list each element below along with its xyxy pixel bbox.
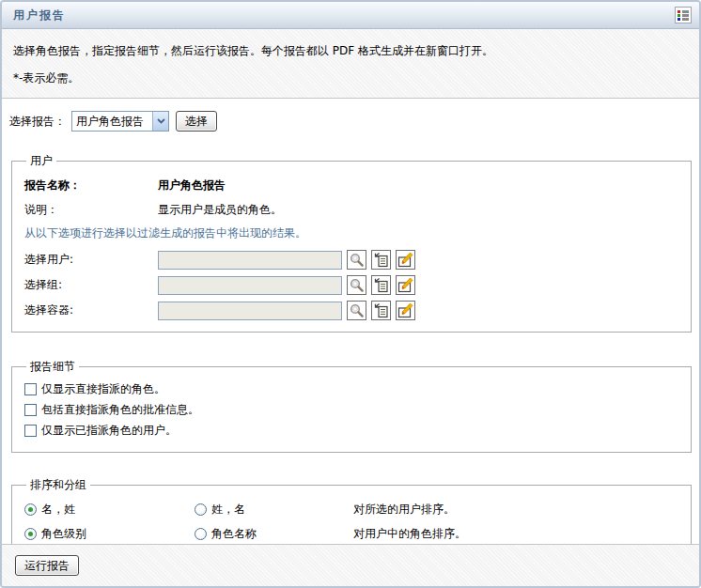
page-title: 用户报告: [13, 8, 66, 23]
report-detail-legend: 报告细节: [26, 359, 79, 375]
report-name-label: 报告名称：: [24, 178, 158, 193]
radio-role-name-label: 角色名称: [211, 526, 257, 542]
radio-first-last[interactable]: [24, 503, 37, 516]
group-reset-button[interactable]: [396, 275, 415, 295]
group-history-button[interactable]: [371, 275, 391, 295]
reset-icon: [397, 302, 413, 318]
sort-user-note: 对所选的用户排序。: [353, 502, 455, 518]
radio-option-role-name[interactable]: 角色名称: [195, 526, 353, 542]
radio-option-first-last[interactable]: 名，姓: [24, 502, 195, 518]
report-name-value: 用户角色报告: [158, 178, 226, 193]
report-detail-fieldset: 报告细节 仅显示直接指派的角色。 包括直接指派角色的批准信息。 仅显示已指派角色…: [11, 359, 692, 453]
report-select-value: 用户角色报告: [72, 114, 152, 130]
radio-option-last-first[interactable]: 姓，名: [195, 502, 353, 518]
reset-icon: [397, 252, 413, 268]
user-fieldset: 用户 报告名称： 用户角色报告 说明： 显示用户是成员的角色。 从以下选项进行选…: [11, 153, 692, 333]
sort-group-legend: 排序和分组: [26, 477, 90, 493]
group-search-button[interactable]: [347, 275, 366, 295]
select-container-row: 选择容器:: [24, 301, 681, 320]
user-search-button[interactable]: [347, 250, 366, 270]
radio-first-last-label: 名，姓: [41, 502, 75, 518]
history-icon: [373, 277, 389, 293]
container-reset-button[interactable]: [396, 301, 415, 320]
select-group-label: 选择组:: [24, 277, 158, 293]
checkbox-direct-roles[interactable]: [24, 383, 37, 395]
radio-last-first[interactable]: [195, 503, 207, 516]
sort-row-role: 角色级别 角色名称 对用户中的角色排序。: [24, 521, 681, 544]
portlet-legend-button[interactable]: [675, 7, 692, 23]
radio-role-level-label: 角色级别: [41, 526, 86, 542]
checkbox-approval-info-label: 包括直接指派角色的批准信息。: [41, 402, 199, 418]
legend-grid-icon: [678, 9, 689, 21]
checkbox-assigned-users-label: 仅显示已指派角色的用户。: [41, 423, 177, 439]
radio-role-name[interactable]: [195, 528, 207, 540]
history-icon: [373, 252, 389, 268]
user-history-button[interactable]: [371, 250, 391, 270]
chevron-down-icon[interactable]: [152, 112, 168, 131]
search-icon: [349, 277, 365, 293]
checkbox-direct-roles-label: 仅显示直接指派的角色。: [41, 381, 165, 397]
container-search-button[interactable]: [347, 301, 366, 320]
select-report-button[interactable]: 选择: [176, 111, 217, 132]
checkbox-row-direct-roles: 仅显示直接指派的角色。: [24, 379, 681, 399]
intro-section: 选择角色报告，指定报告细节，然后运行该报告。每个报告都以 PDF 格式生成并在新…: [2, 29, 699, 99]
report-name-row: 报告名称： 用户角色报告: [24, 173, 681, 197]
form-area: 选择报告： 用户角色报告 选择 用户 报告名称： 用户角色报告 说明： 显示用户…: [2, 99, 699, 544]
sort-role-note: 对用户中的角色排序。: [353, 526, 466, 542]
report-description-label: 说明：: [24, 202, 158, 218]
radio-last-first-label: 姓，名: [211, 502, 245, 518]
radio-role-level[interactable]: [24, 528, 37, 540]
select-group-input[interactable]: [158, 276, 342, 295]
container-history-button[interactable]: [371, 301, 391, 320]
sort-group-fieldset: 排序和分组 名，姓 姓，名 对所选的用户排序。 角色级别: [11, 477, 692, 544]
report-selector-label: 选择报告：: [9, 114, 71, 130]
user-reset-button[interactable]: [396, 250, 415, 270]
filter-note: 从以下选项进行选择以过滤生成的报告中将出现的结果。: [24, 222, 681, 244]
report-description-row: 说明： 显示用户是成员的角色。: [24, 197, 681, 222]
select-user-input[interactable]: [158, 251, 342, 270]
checkbox-approval-info[interactable]: [24, 404, 37, 416]
select-user-label: 选择用户:: [24, 252, 158, 268]
checkbox-row-assigned-users: 仅显示已指派角色的用户。: [24, 420, 681, 441]
sort-row-user: 名，姓 姓，名 对所选的用户排序。: [24, 497, 681, 521]
select-group-row: 选择组:: [24, 275, 681, 295]
checkbox-row-approval-info: 包括直接指派角色的批准信息。: [24, 399, 681, 420]
select-container-label: 选择容器:: [24, 302, 158, 318]
run-report-button[interactable]: 运行报告: [15, 555, 79, 576]
report-select-dropdown[interactable]: 用户角色报告: [71, 111, 169, 132]
radio-option-role-level[interactable]: 角色级别: [24, 526, 195, 542]
select-container-input[interactable]: [158, 302, 342, 320]
search-icon: [349, 302, 365, 318]
user-fieldset-legend: 用户: [26, 153, 56, 169]
user-report-portlet: 用户报告 选择角色报告，指定报告细节，然后运行该报告。每个报告都以 PDF 格式…: [0, 0, 701, 588]
portlet-titlebar: 用户报告: [2, 2, 699, 29]
history-icon: [373, 302, 389, 318]
required-note: *-表示必需。: [13, 70, 688, 86]
footer-bar: 运行报告: [2, 544, 699, 586]
reset-icon: [397, 277, 413, 293]
report-selector-row: 选择报告： 用户角色报告 选择: [9, 110, 692, 132]
intro-description: 选择角色报告，指定报告细节，然后运行该报告。每个报告都以 PDF 格式生成并在新…: [13, 43, 688, 59]
select-user-row: 选择用户:: [24, 250, 681, 270]
search-icon: [349, 252, 365, 268]
checkbox-assigned-users[interactable]: [24, 425, 37, 437]
report-description-value: 显示用户是成员的角色。: [158, 202, 282, 218]
